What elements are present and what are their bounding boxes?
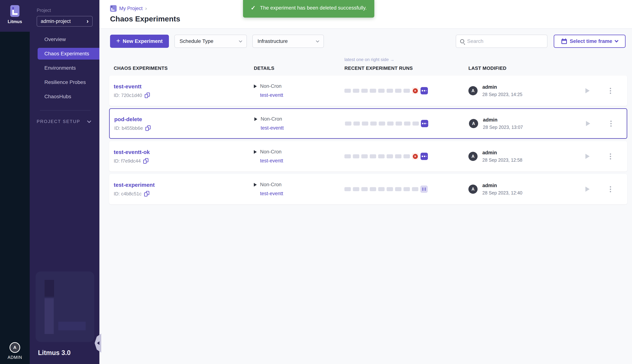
run-experiment-button[interactable] — [585, 88, 590, 93]
row-menu-button[interactable] — [609, 152, 612, 160]
row-actions — [584, 185, 627, 193]
run-failed-status-icon[interactable]: ✕ — [412, 88, 418, 94]
copy-icon[interactable] — [144, 191, 149, 196]
run-empty-slot — [395, 187, 401, 191]
schedule-type-value: Schedule Type — [180, 38, 214, 44]
owner-name: admin — [482, 150, 522, 156]
owner-name: admin — [482, 183, 522, 188]
run-empty-slot — [362, 122, 368, 126]
row-menu-button[interactable] — [609, 87, 612, 95]
plus-icon: + — [116, 37, 120, 45]
row-menu-button[interactable] — [609, 185, 612, 193]
recent-runs — [345, 120, 469, 127]
chevron-down-icon — [614, 38, 618, 42]
recent-runs — [344, 186, 468, 193]
new-experiment-button[interactable]: + New Experiment — [110, 35, 169, 48]
column-header-recent-runs: RECENT EXPERIMENT RUNS — [344, 66, 468, 71]
sidebar-item-chaos-experiments[interactable]: Chaos Experiments — [38, 48, 99, 60]
run-experiment-button[interactable] — [585, 186, 590, 192]
run-paused-status-icon[interactable] — [420, 186, 428, 193]
sidebar-item-chaoshubs[interactable]: ChaosHubs — [30, 91, 99, 102]
hub-link[interactable]: test-eventt — [261, 125, 345, 131]
avatar: A — [468, 152, 478, 161]
run-empty-slot — [403, 89, 410, 93]
play-icon — [254, 84, 257, 88]
breadcrumb-my-project[interactable]: My Project — [119, 6, 143, 11]
experiment-name-link[interactable]: test-eventt — [114, 84, 254, 90]
project-setup-label: PROJECT SETUP — [37, 119, 80, 124]
last-modified-cell: A admin28 Sep 2023, 14:25 — [468, 84, 584, 97]
sidebar-item-label: ChaosHubs — [44, 94, 71, 100]
hub-link[interactable]: test-eventt — [260, 92, 344, 98]
run-running-status-icon[interactable] — [421, 120, 428, 127]
sidebar-item-environments[interactable]: Environments — [30, 62, 99, 74]
experiment-name-link[interactable]: test-eventt-ok — [114, 149, 254, 155]
run-empty-slot — [344, 154, 351, 158]
modified-date: 28 Sep 2023, 14:25 — [482, 92, 522, 97]
infrastructure-value: Infrastructure — [258, 38, 288, 44]
run-empty-slot — [378, 154, 385, 158]
table-row[interactable]: test-eventt-ok ID: f7e9dc44 Non-Cron tes… — [109, 141, 627, 172]
select-time-frame-button[interactable]: Select time frame — [554, 35, 625, 48]
run-failed-status-icon[interactable]: ✕ — [412, 153, 418, 160]
run-empty-slot — [412, 187, 418, 191]
search-input[interactable] — [467, 38, 543, 44]
schedule-type-select[interactable]: Schedule Type — [174, 35, 247, 48]
sidebar-collapse-handle[interactable] — [95, 334, 101, 353]
table-row[interactable]: pod-delete ID: b455bb6e Non-Cron test-ev… — [109, 108, 627, 139]
sidebar-item-label: Chaos Experiments — [44, 51, 89, 57]
play-icon — [254, 117, 257, 121]
run-empty-slot — [353, 122, 360, 126]
run-empty-slot — [344, 89, 351, 93]
owner-name: admin — [482, 84, 522, 90]
run-experiment-button[interactable] — [586, 121, 590, 126]
toast-message: The experiment has been deleted successf… — [260, 5, 367, 11]
table-row[interactable]: test-experiment ID: c4b8c51c Non-Cron te… — [109, 174, 627, 204]
main-content: ✓ The experiment has been deleted succes… — [99, 0, 632, 364]
sidebar-item-overview[interactable]: Overview — [30, 34, 99, 45]
left-rail: Litmus A ADMIN — [0, 0, 30, 364]
row-actions — [584, 87, 627, 95]
admin-avatar[interactable]: A — [10, 342, 20, 353]
schedule-type: Non-Cron — [260, 182, 282, 188]
hub-link[interactable]: test-eventt — [260, 158, 344, 164]
avatar: A — [468, 86, 478, 95]
project-selector[interactable]: admin-project › — [37, 16, 93, 26]
runs-order-note: latest one on right side → — [344, 57, 468, 62]
experiment-id: ID: c4b8c51c — [114, 191, 142, 197]
run-empty-slot — [353, 89, 359, 93]
success-toast[interactable]: ✓ The experiment has been deleted succes… — [243, 0, 374, 18]
experiment-name-link[interactable]: pod-delete — [114, 116, 254, 122]
run-running-status-icon[interactable] — [420, 153, 428, 160]
sidebar-item-label: Environments — [44, 65, 76, 71]
collapse-arrow-icon — [97, 341, 99, 345]
sidebar-item-label: Resilience Probes — [44, 79, 86, 85]
run-empty-slot — [387, 122, 394, 126]
table-header: CHAOS EXPERIMENTS DETAILS latest one on … — [109, 57, 625, 71]
experiment-cell: test-eventt ID: 720c1d40 — [114, 84, 254, 98]
details-cell: Non-Cron test-eventt — [254, 116, 345, 131]
copy-icon[interactable] — [145, 92, 150, 98]
experiment-name-link[interactable]: test-experiment — [114, 182, 254, 188]
check-icon: ✓ — [251, 4, 256, 11]
run-running-status-icon[interactable] — [420, 87, 428, 94]
run-empty-slot — [353, 187, 359, 191]
sidebar-item-resilience-probes[interactable]: Resilience Probes — [30, 76, 99, 88]
litmus-logo-icon[interactable] — [10, 5, 20, 17]
run-experiment-button[interactable] — [585, 154, 590, 159]
run-empty-slot — [412, 122, 419, 126]
breadcrumb-separator-icon: › — [145, 6, 147, 11]
table-row[interactable]: test-eventt ID: 720c1d40 Non-Cron test-e… — [109, 76, 627, 106]
project-setup-toggle[interactable]: PROJECT SETUP — [37, 119, 91, 124]
chevron-down-icon — [239, 39, 242, 42]
details-cell: Non-Cron test-eventt — [254, 84, 344, 98]
copy-icon[interactable] — [143, 158, 148, 164]
infrastructure-select[interactable]: Infrastructure — [252, 35, 324, 48]
schedule-type: Non-Cron — [260, 84, 282, 89]
row-menu-button[interactable] — [609, 120, 613, 128]
sidebar-divider — [40, 110, 91, 110]
project-label: Project — [37, 8, 99, 13]
copy-icon[interactable] — [146, 125, 151, 131]
run-empty-slot — [395, 154, 401, 158]
hub-link[interactable]: test-eventt — [260, 191, 344, 196]
